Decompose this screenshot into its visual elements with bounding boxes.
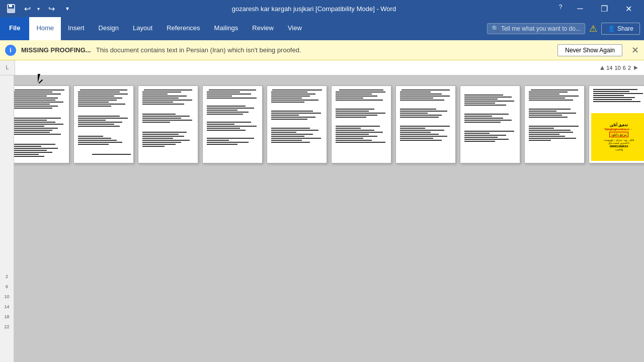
tab-home[interactable]: Home <box>29 17 61 40</box>
page-thumb-4[interactable] <box>202 85 263 163</box>
undo-dropdown[interactable] <box>34 2 42 16</box>
customize-button[interactable]: ▾ <box>60 2 74 16</box>
horizontal-ruler: 14 10 6 2 <box>15 60 644 75</box>
document-area: 2 6 10 14 18 22 <box>0 75 644 362</box>
share-button[interactable]: 👤 Share <box>601 23 640 35</box>
search-icon: 🔍 <box>492 25 499 32</box>
vruler-2: 2 <box>6 272 8 282</box>
page-thumb-6[interactable] <box>331 85 391 163</box>
notification-message: This document contains text in Persian (… <box>96 46 553 54</box>
ad-site: Tahghighonline.ir ← <box>604 128 633 131</box>
vruler-22: 22 <box>4 322 9 332</box>
close-button[interactable]: ✕ <box>617 0 640 17</box>
title-bar: ▾ gozaresh kar kargah jusjkari [Compatib… <box>0 0 644 17</box>
undo-button[interactable] <box>20 2 34 16</box>
tab-layout[interactable]: Layout <box>126 17 159 40</box>
tab-file[interactable]: File <box>0 17 29 40</box>
svg-marker-3 <box>600 66 604 70</box>
help-button[interactable]: ? <box>553 0 568 14</box>
search-bar[interactable]: 🔍 Tell me what you want to do... <box>487 23 585 34</box>
page-thumb-3[interactable] <box>138 85 198 163</box>
ruler-num-2: 2 <box>628 65 631 71</box>
window-controls: ? ─ ❐ ✕ <box>553 0 640 17</box>
ruler-scale: 14 10 6 2 <box>599 60 639 75</box>
vruler-14: 14 <box>4 302 9 312</box>
undo-area <box>20 2 42 16</box>
redo-button[interactable] <box>44 2 58 16</box>
titlebar-left-icons: ▾ <box>4 2 74 16</box>
ruler-arrow-right-icon <box>633 65 639 71</box>
tab-insert[interactable]: Insert <box>61 17 92 40</box>
page-thumb-1[interactable] <box>14 85 69 163</box>
vertical-ruler: 2 6 10 14 18 22 <box>0 75 14 362</box>
ad-label: واناسب <box>615 148 623 151</box>
search-text: Tell me what you want to do... <box>501 25 581 32</box>
notification-bar: i MISSING PROOFING... This document cont… <box>0 40 644 60</box>
vruler-6: 6 <box>6 282 8 292</box>
share-label: Share <box>617 25 633 32</box>
warning-icon: ⚠ <box>589 23 597 34</box>
page-thumb-2[interactable] <box>73 85 134 163</box>
tab-references[interactable]: References <box>159 17 207 40</box>
minimize-button[interactable]: ─ <box>569 0 592 17</box>
svg-rect-1 <box>9 5 12 7</box>
save-button[interactable] <box>4 2 18 16</box>
ruler-num-10: 10 <box>615 65 621 71</box>
restore-button[interactable]: ❐ <box>593 0 616 17</box>
ad-desc: مرجع دانلود <box>609 132 628 137</box>
page-thumb-10[interactable]: تحقیق آنلاین Tahghighonline.ir ← مرجع دا… <box>589 85 644 163</box>
notification-title: MISSING PROOFING... <box>21 46 91 54</box>
ruler-corner[interactable]: L <box>0 60 15 75</box>
share-person-icon: 👤 <box>608 25 615 32</box>
page-thumb-5[interactable] <box>267 85 327 163</box>
ruler-num-6: 6 <box>623 65 626 71</box>
ad-cta: با کمترین قیمت بازار <box>608 141 629 144</box>
page-thumb-9[interactable] <box>524 85 585 163</box>
svg-marker-4 <box>634 66 638 70</box>
notification-icon: i <box>5 45 16 56</box>
svg-rect-2 <box>8 9 14 12</box>
page-thumb-8[interactable] <box>460 85 520 163</box>
ruler-area: L 14 10 6 2 <box>0 60 644 75</box>
tab-review[interactable]: Review <box>245 17 281 40</box>
never-show-again-button[interactable]: Never Show Again <box>557 44 622 56</box>
window-title: gozaresh kar kargah jusjkari [Compatibil… <box>74 5 553 13</box>
vruler-10: 10 <box>4 292 9 302</box>
ad-title: تحقیق آنلاین <box>610 123 628 128</box>
tab-mailings[interactable]: Mailings <box>207 17 246 40</box>
tab-view[interactable]: View <box>281 17 309 40</box>
ribbon: File Home Insert Design Layout Reference… <box>0 17 644 40</box>
content-area: تحقیق آنلاین Tahghighonline.ir ← مرجع دا… <box>14 75 644 173</box>
notification-close-button[interactable]: ✕ <box>631 45 639 56</box>
vruler-18: 18 <box>4 312 9 322</box>
tab-design[interactable]: Design <box>92 17 126 40</box>
ruler-num-14: 14 <box>599 65 612 71</box>
ribbon-right: 🔍 Tell me what you want to do... ⚠ 👤 Sha… <box>483 17 644 40</box>
page-thumb-7[interactable] <box>395 85 456 163</box>
